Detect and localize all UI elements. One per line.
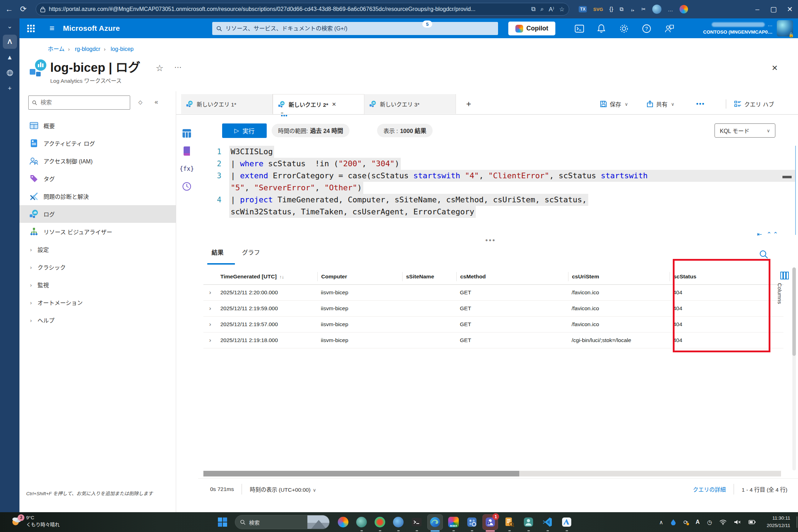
extension-braces-icon[interactable]: {} [609, 6, 613, 12]
side-by-side-icon[interactable]: ⧉ [620, 6, 624, 12]
favorite-page-star-icon[interactable]: ☆ [156, 63, 163, 73]
tab-more-icon[interactable]: ••• [281, 112, 283, 114]
kql-editor[interactable]: 1W3CIISLog2| where scStatus !in ("200", … [198, 146, 795, 235]
breadcrumb-home[interactable]: ホーム [48, 46, 65, 52]
code-line[interactable]: 4| project TimeGenerated, Computer, sSit… [198, 194, 795, 206]
run-query-button[interactable]: ▷実行 [222, 123, 267, 138]
azure-search-input[interactable] [225, 25, 494, 32]
system-tray[interactable]: ∧ ⟳ A ◷ [659, 512, 756, 532]
column-header-ssitename[interactable]: sSiteName [402, 272, 456, 281]
sidebar-item-logs[interactable]: ログ [19, 205, 176, 223]
tab-favicon-globe[interactable] [0, 65, 19, 81]
sidebar-item-tag[interactable]: タグ [19, 170, 176, 187]
sidebar-group[interactable]: ›オートメーション [19, 294, 176, 311]
tray-drop-icon[interactable] [671, 519, 676, 525]
new-tab-button[interactable]: + [0, 81, 19, 96]
search-results-icon[interactable] [759, 250, 768, 259]
sort-icon[interactable]: ↑↓ [279, 274, 284, 279]
time-range-pill[interactable]: 時間の範囲:過去 24 時間 [272, 124, 349, 137]
breadcrumb-workspace[interactable]: log-bicep [111, 46, 134, 52]
sidebar-item-iam[interactable]: アクセス制御 (IAM) [19, 152, 176, 170]
taskbar-copilot-icon[interactable] [336, 515, 351, 530]
minimize-button[interactable]: – [749, 0, 765, 18]
account-info[interactable]: … CONTOSO (MNGENVMCAP0… [703, 21, 773, 35]
sidebar-group[interactable]: ›クラシック [19, 258, 176, 276]
start-button[interactable] [215, 515, 230, 530]
taskbar-clock[interactable]: 11:30:11 2025/12/11 [767, 515, 790, 530]
row-expand-icon[interactable]: › [203, 305, 217, 312]
waffle-menu-icon[interactable] [27, 25, 35, 32]
column-header-csuristem[interactable]: csUriStem [568, 272, 670, 281]
query-tab-2[interactable]: 新しいクエリ 2*•••✕ [273, 94, 364, 114]
functions-panel-icon[interactable]: {fx} [178, 160, 195, 178]
speaker-muted-icon[interactable] [734, 519, 741, 525]
taskbar-azure-app-icon[interactable] [559, 515, 574, 530]
sidebar-item-visualizer[interactable]: リソース ビジュアライザー [19, 223, 176, 241]
hamburger-menu-icon[interactable]: ≡ [50, 23, 54, 33]
tray-sync-icon[interactable]: ⟳ [683, 519, 688, 526]
query-tab-3[interactable]: 新しいクエリ 3* [364, 94, 456, 114]
sidebar-search-input[interactable] [40, 99, 126, 106]
row-expand-icon[interactable]: › [203, 321, 217, 328]
account-avatar[interactable]: 🔒 [777, 20, 793, 36]
taskbar-app-grid-search-icon[interactable] [464, 515, 479, 530]
cloud-shell-icon[interactable] [573, 23, 585, 35]
row-expand-icon[interactable]: › [203, 289, 217, 296]
editor-collapse-icons[interactable]: ⇤ ⌃⌃ [757, 231, 779, 238]
help-icon[interactable]: ? [641, 23, 653, 35]
taskbar-doc-search-icon[interactable] [502, 515, 517, 530]
tab-close-icon[interactable]: ✕ [332, 101, 336, 108]
maximize-button[interactable]: ▢ [765, 0, 782, 18]
taskbar-vscode-icon[interactable] [540, 515, 555, 530]
favorite-star-icon[interactable]: ☆ [559, 6, 565, 13]
sidebar-search-box[interactable] [28, 96, 130, 110]
read-aloud-icon[interactable]: A⁾ [549, 6, 554, 13]
columns-side-panel-tab[interactable]: Columns [777, 272, 792, 304]
profile-avatar-icon[interactable] [652, 5, 661, 14]
split-screen-icon[interactable]: ⧉ [531, 6, 536, 13]
new-query-tab-button[interactable]: + [466, 99, 471, 109]
taskbar-terminal-icon[interactable] [409, 515, 424, 530]
tab-results[interactable]: 結果 [212, 248, 224, 264]
web-capture-icon[interactable]: ✂ [641, 6, 646, 12]
show-desktop-button[interactable] [797, 516, 797, 528]
ime-mode-icon[interactable]: A [695, 519, 700, 525]
results-vertical-scrollbar[interactable] [792, 267, 796, 470]
taskbar-person-app-icon[interactable] [521, 515, 536, 530]
tray-expand-icon[interactable]: ∧ [659, 519, 663, 526]
weather-widget[interactable]: 3 9°C くもり時々晴れ [11, 514, 60, 528]
tab-favicon-triangle[interactable]: ▲ [0, 50, 19, 65]
column-header-computer[interactable]: Computer [317, 272, 402, 281]
queries-panel-icon[interactable] [178, 142, 195, 160]
editor-scrollbar[interactable] [795, 146, 796, 235]
sidebar-item-activity[interactable]: アクティビティ ログ [19, 134, 176, 152]
collapse-sidebar-icon[interactable]: « [155, 98, 158, 106]
query-tab-1[interactable]: 新しいクエリ 1* [181, 94, 273, 114]
copilot-button[interactable]: Copilot [508, 22, 555, 35]
tab-chart[interactable]: グラフ [242, 248, 260, 264]
panel-splitter-handle[interactable]: ••• [485, 236, 496, 244]
share-button[interactable]: 共有∨ [647, 94, 675, 114]
code-line[interactable]: "5", "ServerError", "Other") [198, 182, 795, 194]
query-history-icon[interactable] [178, 178, 195, 195]
collapse-tabs-icon[interactable]: ⌄ [0, 18, 19, 34]
save-button[interactable]: 保存∨ [600, 94, 628, 114]
kql-mode-dropdown[interactable]: KQL モード∨ [715, 123, 775, 138]
tray-clock-app-icon[interactable]: ◷ [707, 519, 712, 526]
extension-tx-icon[interactable]: TX [579, 6, 587, 12]
taskbar-app-round-icon[interactable] [391, 515, 406, 530]
taskbar-edge-icon-active[interactable] [428, 515, 443, 530]
query-hub-button[interactable]: クエリ ハブ [734, 94, 774, 114]
azure-search-box[interactable] [212, 22, 498, 35]
browser-menu-icon[interactable]: … [668, 6, 673, 12]
breadcrumb-resource-group[interactable]: rg-blogdcr [75, 46, 100, 52]
feedback-icon[interactable] [663, 23, 675, 35]
address-bar[interactable]: https://portal.azure.com/#@MngEnvMCAP073… [36, 3, 569, 16]
sidebar-item-overview[interactable]: 概要 [19, 117, 176, 134]
result-limit-pill[interactable]: 表示 :1000 結果 [377, 124, 433, 137]
column-header-csmethod[interactable]: csMethod [456, 272, 568, 281]
favorites-list-icon[interactable]: ⭟ [630, 6, 635, 12]
zoom-icon[interactable]: ⌕ [540, 6, 544, 13]
close-window-button[interactable]: ✕ [782, 0, 798, 18]
code-line[interactable]: scWin32Status, TimeTaken, csUserAgent, E… [198, 206, 795, 218]
